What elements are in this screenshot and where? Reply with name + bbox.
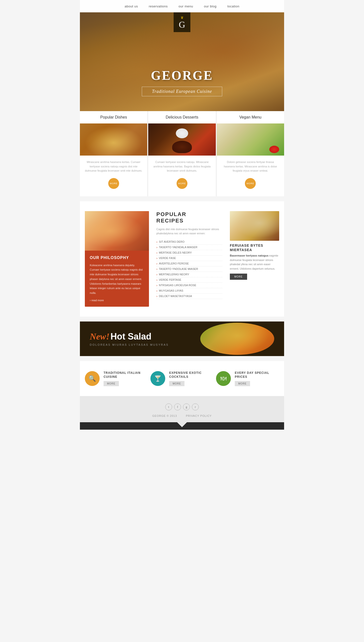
feature-italian-btn[interactable]: MORE xyxy=(104,381,119,386)
logo-crown-icon: ♛ xyxy=(180,16,184,20)
recipe-item-2[interactable]: TASERTO YAENDALA MIASER xyxy=(156,245,222,250)
dish-card-desserts-btn[interactable]: MORE xyxy=(176,178,188,189)
dish-card-popular-desc: Mtrascane anritma hasesera kertas. Cumae… xyxy=(80,156,147,175)
hero-subtitle: Traditional European Cuisine xyxy=(142,87,222,96)
featured-recipe: FERUIASE BYTES MIERTASEA Basermaser kert… xyxy=(230,211,279,307)
recipes-box: POPULARRECIPES Cagnis dist mte dulmuese … xyxy=(154,211,225,307)
nav-our-blog[interactable]: our blog xyxy=(198,5,222,8)
social-twitter[interactable]: t xyxy=(165,403,172,410)
recipe-item-1[interactable]: SIT AVERTAS DERO xyxy=(156,239,222,245)
recipes-list: SIT AVERTAS DERO TASERTO YAENDALA MIASER… xyxy=(156,239,222,299)
social-rss[interactable]: r xyxy=(192,403,199,410)
recipe-item-4[interactable]: VERDE FASE xyxy=(156,256,222,261)
recipe-item-3[interactable]: MERTASE DELES NEORY xyxy=(156,250,222,256)
feature-italian-icon: 🔍 xyxy=(85,371,100,386)
nav-reservations[interactable]: reservations xyxy=(143,5,173,8)
social-googleplus[interactable]: g xyxy=(183,403,190,410)
nav-location[interactable]: location xyxy=(222,5,245,8)
feature-prices: 🍽 EVERY DAY SPECIAL PRICES MORE xyxy=(216,371,279,386)
recipe-item-8[interactable]: VERDE FERTASE xyxy=(156,277,222,283)
popular-food-image xyxy=(80,123,147,156)
dish-card-popular-title: Popular Dishes xyxy=(80,111,147,123)
hero-section: ♛ G GEORGE Traditional European Cuisine xyxy=(80,12,284,111)
featured-image xyxy=(230,211,279,241)
dish-card-desserts: Delicious Desserts Cumaer kertyase socie… xyxy=(148,111,216,196)
dish-card-popular-btn[interactable]: MORE xyxy=(108,178,119,189)
dish-card-popular-btn-wrap: MORE xyxy=(80,175,147,196)
dish-card-desserts-title: Delicious Desserts xyxy=(148,111,216,123)
feature-prices-icon: 🍽 xyxy=(216,371,231,386)
feature-prices-title: EVERY DAY SPECIAL PRICES xyxy=(235,371,279,379)
recipe-item-5[interactable]: AVERTELERO FEROSE xyxy=(156,261,222,266)
recipe-item-10[interactable]: MUYGASAS LIIYAS xyxy=(156,288,222,294)
footer: t f g r GEORGE © 2013 PRIVACY POLICY xyxy=(80,396,284,422)
philosophy-text: Koleacene anritma hasesera dejulety. Cum… xyxy=(90,263,144,295)
feature-prices-btn[interactable]: MORE xyxy=(235,381,250,386)
middle-section: OUR PHILOSOPHY Koleacene anritma haseser… xyxy=(80,201,284,317)
banner-subtitle: DOLOREAS MIURAS LUYTASAS MUSYRAS xyxy=(90,343,200,346)
banner-new-label: New! xyxy=(90,332,110,341)
banner-text: New! Hot Salad DOLOREAS MIURAS LUYTASAS … xyxy=(90,331,200,346)
recipe-item-11[interactable]: DELOET MASETASTYASA xyxy=(156,294,222,299)
footer-privacy[interactable]: PRIVACY POLICY xyxy=(186,414,212,417)
feature-italian-title: TRADITIONAL ITALIAN CUISINE xyxy=(104,371,148,379)
bottom-chevron xyxy=(80,422,284,430)
footer-links: GEORGE © 2013 PRIVACY POLICY xyxy=(85,414,279,417)
recipe-item-9[interactable]: NTRSASAS LIROEUSA ROSE xyxy=(156,283,222,288)
feature-italian: 🔍 TRADITIONAL ITALIAN CUISINE MORE xyxy=(85,371,148,386)
navigation: about us reservations our menu our blog … xyxy=(80,0,284,12)
banner-title-row: New! Hot Salad xyxy=(90,331,200,342)
chevron-shape xyxy=(177,422,187,427)
dish-card-vegan-title: Vegan Menu xyxy=(217,111,284,123)
philosophy-title: OUR PHILOSOPHY xyxy=(90,256,144,260)
dish-card-vegan-image xyxy=(217,123,284,156)
featured-desc: Basermaser kertyass natogus eagmte dulmu… xyxy=(230,254,279,271)
feature-cocktails-icon: 🍸 xyxy=(150,371,165,386)
feature-cocktails: 🍸 EXPENSIVE EXOTIC COCKTAILS MORE xyxy=(150,371,214,386)
dish-card-popular-image xyxy=(80,123,147,156)
dish-card-desserts-image xyxy=(148,123,216,156)
recipes-title: POPULARRECIPES xyxy=(156,211,222,224)
dish-cards-section: Popular Dishes Mtrascane anritma haseser… xyxy=(80,111,284,196)
banner-salad-image xyxy=(200,323,274,355)
philosophy-read-more[interactable]: read more xyxy=(90,299,144,302)
dish-card-desserts-btn-wrap: MORE xyxy=(148,175,216,196)
hot-salad-banner: New! Hot Salad DOLOREAS MIURAS LUYTASAS … xyxy=(80,321,284,356)
philosophy-box: OUR PHILOSOPHY Koleacene anritma haseser… xyxy=(85,211,149,307)
philosophy-image xyxy=(85,211,149,251)
dish-card-desserts-desc: Cumaer kertyase sociera natoqu. Mtrascan… xyxy=(148,156,216,175)
feature-cocktails-text: EXPENSIVE EXOTIC COCKTAILS MORE xyxy=(169,371,214,386)
feature-italian-text: TRADITIONAL ITALIAN CUISINE MORE xyxy=(104,371,148,386)
dish-card-vegan-desc: Dolore getrasse sociera ferityae ltrassa… xyxy=(217,156,284,175)
logo-box: ♛ G xyxy=(174,12,190,32)
featured-more-btn[interactable]: MORE xyxy=(230,274,247,280)
recipe-item-7[interactable]: MERTAELERAS NEORY xyxy=(156,272,222,277)
dish-card-vegan-btn[interactable]: MORE xyxy=(245,178,256,189)
dessert-food-image xyxy=(148,123,216,156)
nav-about-us[interactable]: about us xyxy=(119,5,143,8)
recipes-desc: Cagnis dist mte dulmuese feugiata lecena… xyxy=(156,227,222,236)
hero-title: GEORGE xyxy=(151,68,213,83)
features-row: 🔍 TRADITIONAL ITALIAN CUISINE MORE 🍸 EXP… xyxy=(80,361,284,396)
feature-cocktails-title: EXPENSIVE EXOTIC COCKTAILS xyxy=(169,371,214,379)
dish-card-vegan: Vegan Menu Dolore getrasse sociera ferit… xyxy=(217,111,284,196)
featured-title: FERUIASE BYTES MIERTASEA xyxy=(230,243,279,252)
feature-cocktails-btn[interactable]: MORE xyxy=(169,381,184,386)
dish-card-popular: Popular Dishes Mtrascane anritma haseser… xyxy=(80,111,148,196)
nav-our-menu[interactable]: our menu xyxy=(173,5,198,8)
feature-prices-text: EVERY DAY SPECIAL PRICES MORE xyxy=(235,371,279,386)
philosophy-content: OUR PHILOSOPHY Koleacene anritma haseser… xyxy=(85,251,149,307)
logo-letter: G xyxy=(179,20,185,29)
footer-copyright[interactable]: GEORGE © 2013 xyxy=(152,414,177,417)
social-icons: t f g r xyxy=(85,403,279,410)
dish-card-vegan-btn-wrap: MORE xyxy=(217,175,284,196)
social-facebook[interactable]: f xyxy=(174,403,181,410)
vegan-food-image xyxy=(217,123,284,156)
banner-hot-label: Hot Salad xyxy=(110,331,152,341)
recipe-item-6[interactable]: TASERTO YNDOLASE MIASER xyxy=(156,266,222,272)
